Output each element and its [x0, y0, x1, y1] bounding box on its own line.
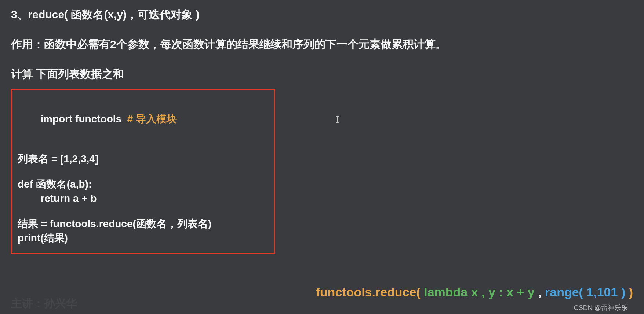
text-cursor-icon: I	[336, 114, 339, 125]
import-comment: # 导入模块	[121, 113, 177, 125]
bottom-code: functools.reduce( lambda x , y : x + y ,…	[316, 285, 633, 299]
description: 作用：函数中必需有2个参数，每次函数计算的结果继续和序列的下一个元素做累积计算。	[11, 37, 633, 52]
code-print: print(结果)	[18, 231, 269, 245]
code-box: import functools # 导入模块 列表名 = [1,2,3,4] …	[11, 89, 275, 254]
subtitle: 计算 下面列表数据之和	[11, 67, 633, 82]
watermark: CSDN @雷神乐乐	[574, 303, 627, 312]
code-list: 列表名 = [1,2,3,4]	[18, 152, 269, 166]
code-import: import functools # 导入模块	[18, 97, 269, 141]
separator: ,	[535, 285, 545, 299]
code-result: 结果 = functools.reduce(函数名，列表名)	[18, 217, 269, 231]
heading: 3、reduce( 函数名(x,y)，可迭代对象 )	[11, 7, 633, 22]
reduce-call: functools.reduce(	[316, 285, 424, 299]
code-def: def 函数名(a,b):	[18, 177, 269, 191]
lambda-expr: lambda x , y : x + y	[424, 285, 534, 299]
close-paren: )	[625, 285, 633, 299]
dim-author: 主讲：孙兴华	[11, 296, 77, 311]
range-call: range( 1,101 )	[545, 285, 625, 299]
import-statement: import functools	[40, 113, 121, 125]
code-return: return a + b	[18, 191, 269, 206]
